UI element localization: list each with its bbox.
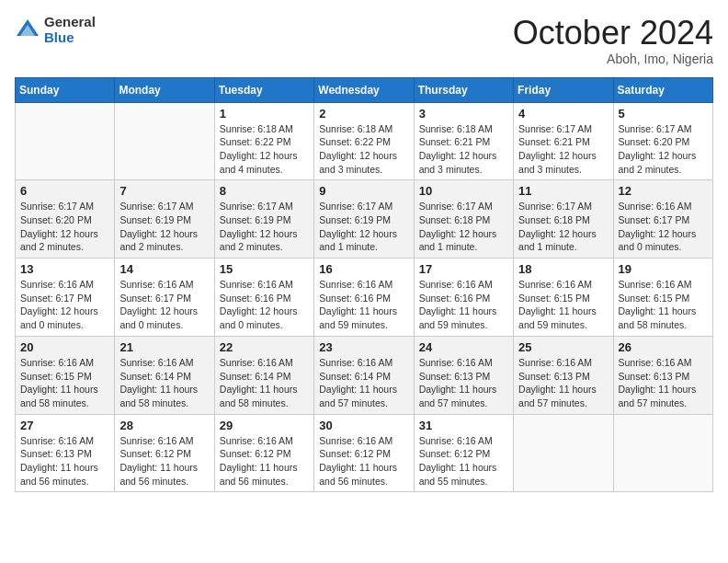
day-number: 11 (518, 184, 608, 198)
header-wednesday: Wednesday (314, 77, 414, 102)
day-number: 25 (518, 340, 608, 354)
calendar-cell: 9Sunrise: 6:17 AM Sunset: 6:19 PM Daylig… (314, 180, 414, 259)
calendar-cell: 11Sunrise: 6:17 AM Sunset: 6:18 PM Dayli… (514, 180, 613, 259)
calendar-cell: 26Sunrise: 6:16 AM Sunset: 6:13 PM Dayli… (613, 336, 712, 414)
calendar-table: SundayMondayTuesdayWednesdayThursdayFrid… (15, 77, 713, 493)
day-info: Sunrise: 6:16 AM Sunset: 6:13 PM Dayligh… (619, 356, 708, 410)
day-number: 9 (319, 184, 408, 198)
calendar-cell (115, 102, 214, 180)
day-number: 29 (220, 419, 309, 432)
logo: General Blue (15, 15, 96, 45)
day-info: Sunrise: 6:16 AM Sunset: 6:17 PM Dayligh… (20, 278, 109, 332)
day-number: 26 (619, 340, 708, 354)
calendar-cell (16, 102, 115, 180)
title-block: October 2024 Aboh, Imo, Nigeria (513, 15, 713, 66)
day-number: 30 (319, 419, 408, 432)
day-number: 5 (619, 107, 708, 121)
day-number: 19 (619, 262, 708, 276)
day-number: 15 (220, 262, 309, 276)
day-number: 7 (119, 184, 209, 198)
day-number: 2 (319, 107, 408, 121)
day-info: Sunrise: 6:16 AM Sunset: 6:15 PM Dayligh… (20, 356, 109, 410)
month-title: October 2024 (513, 15, 713, 52)
day-info: Sunrise: 6:17 AM Sunset: 6:18 PM Dayligh… (419, 200, 508, 254)
header-monday: Monday (115, 77, 214, 102)
calendar-cell: 4Sunrise: 6:17 AM Sunset: 6:21 PM Daylig… (514, 102, 613, 180)
calendar-cell: 1Sunrise: 6:18 AM Sunset: 6:22 PM Daylig… (214, 102, 313, 180)
calendar-cell: 15Sunrise: 6:16 AM Sunset: 6:16 PM Dayli… (214, 259, 313, 337)
day-number: 20 (20, 340, 109, 354)
calendar-cell: 3Sunrise: 6:18 AM Sunset: 6:21 PM Daylig… (414, 102, 513, 180)
header-sunday: Sunday (16, 77, 115, 102)
calendar-cell: 19Sunrise: 6:16 AM Sunset: 6:15 PM Dayli… (613, 259, 712, 337)
calendar-cell: 8Sunrise: 6:17 AM Sunset: 6:19 PM Daylig… (214, 180, 313, 259)
header-friday: Friday (514, 77, 613, 102)
day-info: Sunrise: 6:18 AM Sunset: 6:22 PM Dayligh… (319, 122, 408, 177)
day-info: Sunrise: 6:16 AM Sunset: 6:14 PM Dayligh… (220, 356, 309, 410)
calendar-cell: 2Sunrise: 6:18 AM Sunset: 6:22 PM Daylig… (314, 102, 414, 180)
day-number: 3 (419, 107, 508, 121)
calendar-cell (613, 414, 712, 492)
header-tuesday: Tuesday (214, 77, 313, 102)
day-number: 31 (419, 419, 508, 432)
day-info: Sunrise: 6:16 AM Sunset: 6:16 PM Dayligh… (419, 278, 508, 332)
calendar-cell: 31Sunrise: 6:16 AM Sunset: 6:12 PM Dayli… (414, 414, 513, 492)
day-info: Sunrise: 6:17 AM Sunset: 6:19 PM Dayligh… (220, 200, 309, 254)
day-info: Sunrise: 6:16 AM Sunset: 6:14 PM Dayligh… (119, 356, 209, 410)
day-number: 18 (518, 262, 608, 276)
day-number: 22 (220, 340, 309, 354)
calendar-cell: 29Sunrise: 6:16 AM Sunset: 6:12 PM Dayli… (214, 414, 313, 492)
calendar-cell: 28Sunrise: 6:16 AM Sunset: 6:12 PM Dayli… (115, 414, 214, 492)
day-number: 21 (119, 340, 209, 354)
calendar-week-row: 13Sunrise: 6:16 AM Sunset: 6:17 PM Dayli… (16, 259, 713, 337)
header-thursday: Thursday (414, 77, 513, 102)
day-info: Sunrise: 6:17 AM Sunset: 6:19 PM Dayligh… (319, 200, 408, 254)
day-info: Sunrise: 6:17 AM Sunset: 6:18 PM Dayligh… (518, 200, 608, 254)
calendar-cell: 16Sunrise: 6:16 AM Sunset: 6:16 PM Dayli… (314, 259, 414, 337)
calendar-week-row: 1Sunrise: 6:18 AM Sunset: 6:22 PM Daylig… (16, 102, 713, 180)
day-number: 27 (20, 419, 109, 432)
day-number: 6 (20, 184, 109, 198)
calendar-cell: 22Sunrise: 6:16 AM Sunset: 6:14 PM Dayli… (214, 336, 313, 414)
day-info: Sunrise: 6:16 AM Sunset: 6:16 PM Dayligh… (319, 278, 408, 332)
calendar-cell: 20Sunrise: 6:16 AM Sunset: 6:15 PM Dayli… (16, 336, 115, 414)
calendar-cell: 17Sunrise: 6:16 AM Sunset: 6:16 PM Dayli… (414, 259, 513, 337)
day-info: Sunrise: 6:16 AM Sunset: 6:15 PM Dayligh… (619, 278, 708, 332)
calendar-cell: 18Sunrise: 6:16 AM Sunset: 6:15 PM Dayli… (514, 259, 613, 337)
day-info: Sunrise: 6:16 AM Sunset: 6:14 PM Dayligh… (319, 356, 408, 410)
day-info: Sunrise: 6:16 AM Sunset: 6:13 PM Dayligh… (518, 356, 608, 410)
calendar-cell: 14Sunrise: 6:16 AM Sunset: 6:17 PM Dayli… (115, 259, 214, 337)
calendar-cell: 30Sunrise: 6:16 AM Sunset: 6:12 PM Dayli… (314, 414, 414, 492)
calendar-cell: 23Sunrise: 6:16 AM Sunset: 6:14 PM Dayli… (314, 336, 414, 414)
calendar-cell: 24Sunrise: 6:16 AM Sunset: 6:13 PM Dayli… (414, 336, 513, 414)
calendar-cell: 27Sunrise: 6:16 AM Sunset: 6:13 PM Dayli… (16, 414, 115, 492)
calendar-cell: 21Sunrise: 6:16 AM Sunset: 6:14 PM Dayli… (115, 336, 214, 414)
calendar-cell: 10Sunrise: 6:17 AM Sunset: 6:18 PM Dayli… (414, 180, 513, 259)
calendar-week-row: 6Sunrise: 6:17 AM Sunset: 6:20 PM Daylig… (16, 180, 713, 259)
logo-general-text: General (44, 15, 96, 30)
day-number: 12 (619, 184, 708, 198)
calendar-week-row: 20Sunrise: 6:16 AM Sunset: 6:15 PM Dayli… (16, 336, 713, 414)
day-number: 17 (419, 262, 508, 276)
day-info: Sunrise: 6:16 AM Sunset: 6:12 PM Dayligh… (119, 434, 209, 488)
page-header: General Blue October 2024 Aboh, Imo, Nig… (15, 15, 713, 66)
logo-blue-text: Blue (44, 30, 96, 46)
day-info: Sunrise: 6:16 AM Sunset: 6:13 PM Dayligh… (419, 356, 508, 410)
calendar-cell: 5Sunrise: 6:17 AM Sunset: 6:20 PM Daylig… (613, 102, 712, 180)
calendar-cell: 12Sunrise: 6:16 AM Sunset: 6:17 PM Dayli… (613, 180, 712, 259)
day-number: 23 (319, 340, 408, 354)
day-info: Sunrise: 6:17 AM Sunset: 6:20 PM Dayligh… (619, 122, 708, 177)
day-number: 28 (119, 419, 209, 432)
day-info: Sunrise: 6:16 AM Sunset: 6:16 PM Dayligh… (220, 278, 309, 332)
day-info: Sunrise: 6:17 AM Sunset: 6:21 PM Dayligh… (518, 122, 608, 177)
day-info: Sunrise: 6:18 AM Sunset: 6:22 PM Dayligh… (220, 122, 309, 177)
calendar-cell: 6Sunrise: 6:17 AM Sunset: 6:20 PM Daylig… (16, 180, 115, 259)
day-number: 1 (220, 107, 309, 121)
day-number: 24 (419, 340, 508, 354)
calendar-week-row: 27Sunrise: 6:16 AM Sunset: 6:13 PM Dayli… (16, 414, 713, 492)
day-info: Sunrise: 6:16 AM Sunset: 6:15 PM Dayligh… (518, 278, 608, 332)
day-info: Sunrise: 6:17 AM Sunset: 6:19 PM Dayligh… (119, 200, 209, 254)
day-number: 4 (518, 107, 608, 121)
day-info: Sunrise: 6:17 AM Sunset: 6:20 PM Dayligh… (20, 200, 109, 254)
day-info: Sunrise: 6:18 AM Sunset: 6:21 PM Dayligh… (419, 122, 508, 177)
